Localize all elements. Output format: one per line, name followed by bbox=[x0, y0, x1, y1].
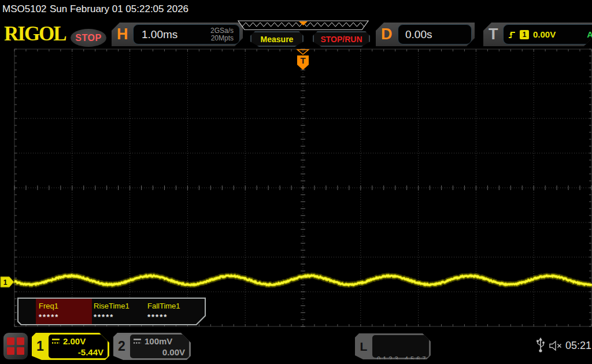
measurement-value: ***** bbox=[147, 313, 168, 321]
delay-value: 0.00s bbox=[398, 28, 432, 41]
measurement-value: ***** bbox=[39, 313, 59, 321]
rising-edge-icon bbox=[508, 29, 516, 39]
oscilloscope-screen: MSO5102 Sun February 01 05:22:05 2026 RI… bbox=[0, 0, 592, 364]
logic-analyzer-badge[interactable]: L 0 1 2 3 4 5 6 7 8 9 1011 12131415 bbox=[355, 333, 431, 359]
timebase-value: 1.00ms bbox=[134, 28, 210, 41]
rigol-logo: RIGOL bbox=[4, 23, 66, 45]
model-name: MSO5102 bbox=[2, 3, 47, 15]
channel2-values: 100mV 0.00V bbox=[130, 335, 189, 358]
measurement-label[interactable]: RiseTime1 bbox=[94, 302, 130, 310]
dc-coupling-icon bbox=[133, 338, 142, 344]
trigger-box[interactable]: 1 0.00V A bbox=[503, 24, 592, 44]
run-state-badge: STOP bbox=[71, 29, 106, 47]
channel2-number: 2 bbox=[113, 333, 130, 360]
timebase-box[interactable]: 1.00ms 2GSa/s20Mpts bbox=[133, 24, 240, 44]
datetime-bar: MSO5102 Sun February 01 05:22:05 2026 bbox=[0, 0, 592, 18]
quick-menu-icon[interactable] bbox=[3, 333, 28, 359]
channel2-offset: 0.00V bbox=[133, 347, 185, 358]
logic-channel-list: 0 1 2 3 4 5 6 7 8 9 1011 12131415 bbox=[372, 335, 429, 358]
waveform-preview-strip[interactable] bbox=[238, 20, 369, 31]
channel1-trace bbox=[14, 275, 591, 285]
measurement-label[interactable]: FallTime1 bbox=[147, 302, 180, 310]
horizontal-panel[interactable]: H 1.00ms 2GSa/s20Mpts bbox=[112, 23, 243, 46]
channel2-badge[interactable]: 2 100mV 0.00V bbox=[113, 333, 191, 360]
channel1-badge[interactable]: 1 2.00V -5.44V bbox=[32, 333, 109, 360]
trigger-level-value: 0.00V bbox=[533, 29, 556, 39]
trigger-label: T bbox=[489, 25, 498, 43]
channel1-values: 2.00V -5.44V bbox=[49, 335, 108, 358]
acquisition-info: 2GSa/s20Mpts bbox=[210, 27, 239, 42]
channel1-offset: -5.44V bbox=[51, 347, 103, 358]
delay-panel[interactable]: D 0.00s bbox=[376, 23, 475, 46]
delay-box[interactable]: 0.00s bbox=[398, 24, 472, 44]
measurement-panel: Freq1 ***** RiseTime1 ***** FallTime1 **… bbox=[17, 298, 206, 325]
measurement-value: ***** bbox=[94, 313, 114, 321]
sound-muted-icon[interactable] bbox=[549, 340, 563, 351]
logic-label: L bbox=[355, 333, 372, 359]
status-clock: 05:21 bbox=[565, 340, 591, 352]
channel1-scale: 2.00V bbox=[63, 336, 86, 347]
channel1-number: 1 bbox=[32, 333, 49, 360]
channel1-offset-marker[interactable]: 1 bbox=[1, 277, 14, 287]
stop-run-button[interactable]: STOP/RUN bbox=[313, 31, 370, 47]
memory-depth: 20Mpts bbox=[211, 34, 234, 42]
usb-icon bbox=[536, 337, 545, 353]
waveform-display: T 1 bbox=[0, 49, 592, 329]
trigger-source-badge: 1 bbox=[520, 30, 529, 39]
channel1-marker-number: 1 bbox=[3, 278, 8, 287]
delay-label: D bbox=[381, 25, 393, 43]
measurement-label[interactable]: Freq1 bbox=[39, 302, 58, 310]
sample-rate: 2GSa/s bbox=[210, 27, 234, 35]
horizontal-label: H bbox=[117, 25, 128, 43]
trigger-sweep-mode: A bbox=[587, 29, 592, 39]
dc-coupling-icon bbox=[51, 338, 61, 344]
trigger-panel[interactable]: T 1 0.00V A bbox=[483, 23, 592, 46]
trigger-position-marker[interactable]: T bbox=[297, 50, 309, 70]
datetime-text: Sun February 01 05:22:05 2026 bbox=[50, 3, 188, 15]
channel2-scale: 100mV bbox=[145, 336, 172, 347]
logic-row-1: 0 1 2 3 4 5 6 7 bbox=[377, 355, 429, 363]
trigger-marker-letter: T bbox=[300, 55, 305, 65]
measure-button[interactable]: Measure bbox=[250, 31, 304, 47]
